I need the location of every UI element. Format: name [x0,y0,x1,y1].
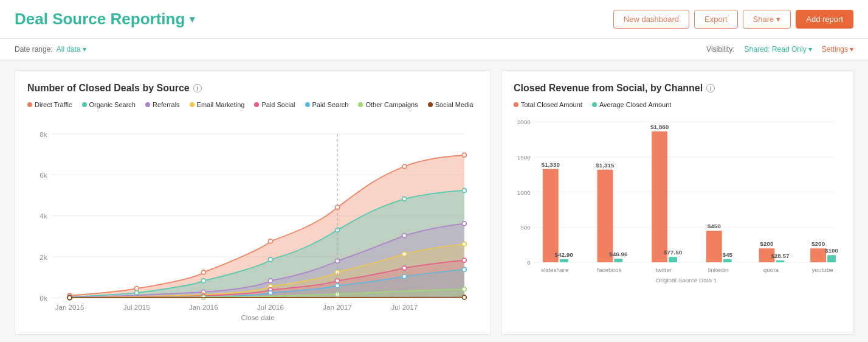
svg-point-27 [269,257,273,262]
svg-point-36 [462,222,466,226]
legend-item: Paid Search [305,101,349,108]
svg-text:$1,860: $1,860 [650,124,669,130]
left-chart-legend: Direct TrafficOrganic SearchReferralsEma… [27,101,478,108]
svg-text:6k: 6k [40,172,47,179]
svg-text:$100: $100 [825,247,839,254]
svg-text:facebook: facebook [597,267,621,273]
svg-text:$77.50: $77.50 [664,249,683,256]
svg-text:Original Source Data 1: Original Source Data 1 [656,277,717,284]
legend-label: Email Marketing [197,101,245,108]
right-chart-svg: 2000 1500 1000 500 0 $1,330 $42.90 slide… [514,116,841,291]
right-chart-title: Closed Revenue from Social, by Channel i [514,83,841,94]
page-title: Deal Source Reporting ▾ [15,10,195,29]
legend-dot [358,102,363,107]
svg-rect-77 [597,170,613,262]
legend-label: Organic Search [89,101,136,108]
export-button[interactable]: Export [694,10,738,29]
svg-text:$450: $450 [708,223,722,229]
svg-text:2k: 2k [40,254,47,261]
legend-dot [82,102,87,107]
svg-point-30 [462,188,466,192]
svg-text:0: 0 [527,259,531,266]
svg-text:linkedin: linkedin [708,267,729,273]
header-actions: New dashboard Export Share ▾ Add report [613,10,853,29]
svg-rect-97 [810,248,826,262]
svg-point-54 [462,267,466,271]
right-chart-info-icon[interactable]: i [706,84,715,92]
svg-rect-94 [776,260,784,262]
visibility-value[interactable]: Shared: Read Only ▾ [745,45,812,54]
svg-text:0k: 0k [40,295,47,302]
svg-point-23 [462,153,466,157]
legend-label: Social Media [435,101,474,108]
svg-text:4k: 4k [40,212,47,220]
svg-point-51 [269,291,273,295]
legend-dot [27,102,32,107]
svg-text:1500: 1500 [517,154,531,161]
new-dashboard-button[interactable]: New dashboard [613,10,689,29]
legend-item: Direct Traffic [27,101,72,108]
svg-text:slideshare: slideshare [541,267,569,273]
svg-point-60 [462,295,466,299]
legend-dot [145,102,150,107]
svg-rect-89 [723,259,732,262]
svg-point-42 [462,242,466,246]
svg-text:Jan 2016: Jan 2016 [189,304,218,311]
share-dropdown-icon: ▾ [776,15,780,24]
svg-rect-84 [669,257,677,262]
toolbar: Date range: All data ▾ Visibility: Share… [0,39,868,60]
legend-label: Total Closed Amount [521,101,582,108]
svg-text:$46.96: $46.96 [609,251,628,257]
svg-text:$42.90: $42.90 [554,251,573,258]
legend-item: Average Closed Amount [592,101,671,108]
svg-text:twitter: twitter [656,267,672,273]
legend-dot [190,102,195,107]
svg-text:Close date: Close date [241,314,274,320]
svg-rect-87 [706,231,722,262]
title-text: Deal Source Reporting [15,10,185,29]
svg-text:500: 500 [520,224,531,231]
settings-dropdown-icon: ▾ [850,45,853,54]
legend-dot [514,102,518,107]
svg-point-33 [269,279,273,283]
legend-item: Paid Social [254,101,295,108]
svg-point-19 [201,270,205,274]
add-report-button[interactable]: Add report [796,10,853,29]
legend-dot [254,102,259,107]
legend-label: Average Closed Amount [599,101,671,108]
legend-item: Total Closed Amount [514,101,582,108]
date-range-value[interactable]: All data ▾ [57,45,86,54]
svg-text:$1,315: $1,315 [596,162,615,169]
svg-text:$1,330: $1,330 [542,161,560,168]
svg-text:quora: quora [763,267,779,273]
title-dropdown-icon[interactable]: ▾ [190,13,195,25]
legend-item: Other Campaigns [358,101,418,108]
date-range-dropdown-icon: ▾ [83,45,86,54]
svg-text:youtube: youtube [811,267,833,273]
right-chart-legend: Total Closed AmountAverage Closed Amount [514,101,841,108]
svg-rect-79 [614,259,622,262]
svg-point-25 [134,291,139,295]
date-range-label: Date range: [15,45,53,54]
svg-text:1000: 1000 [517,189,531,196]
visibility-label: Visibility: [706,45,734,54]
svg-text:Jan 2015: Jan 2015 [55,304,84,311]
svg-point-48 [462,258,466,262]
svg-rect-74 [560,259,568,262]
toolbar-left: Date range: All data ▾ [15,45,86,54]
svg-text:Jul 2016: Jul 2016 [257,304,284,311]
svg-point-53 [402,274,407,279]
settings-button[interactable]: Settings ▾ [822,45,853,54]
svg-point-41 [402,252,407,256]
svg-text:$200: $200 [811,240,825,247]
legend-dot [592,102,597,107]
right-chart-card: Closed Revenue from Social, by Channel i… [501,70,853,335]
svg-rect-82 [652,131,667,262]
share-button[interactable]: Share ▾ [743,10,791,29]
svg-text:$45: $45 [722,251,732,258]
left-chart-info-icon[interactable]: i [193,84,202,92]
svg-text:Jul 2017: Jul 2017 [391,304,418,311]
svg-point-58 [462,287,466,291]
svg-text:Jul 2015: Jul 2015 [123,304,150,311]
legend-item: Organic Search [82,101,136,108]
